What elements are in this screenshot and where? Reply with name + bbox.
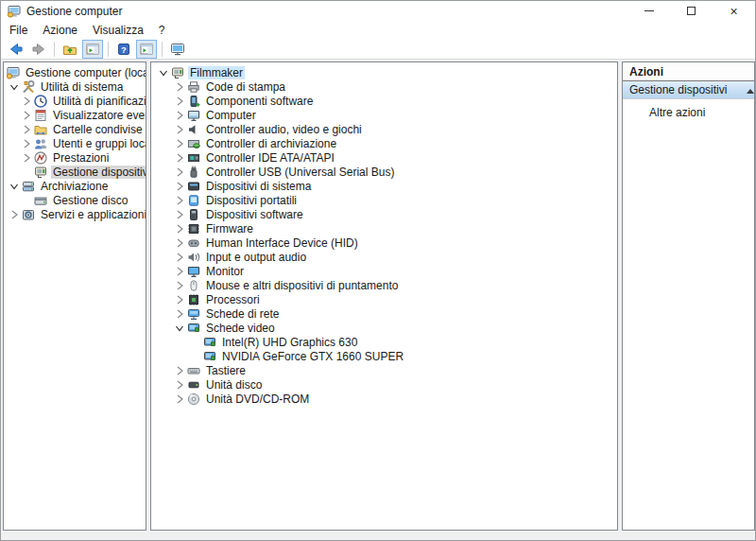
device-tree-item[interactable]: NVIDIA GeForce GTX 1660 SUPER <box>151 349 617 363</box>
device-tree-item[interactable]: Componenti software <box>151 94 617 108</box>
action-pane-toggle[interactable] <box>136 40 157 59</box>
tree-item-label: Gestione dispositivi <box>51 166 146 179</box>
actions-group-header[interactable]: Gestione dispositivi <box>623 81 754 99</box>
expander-collapsed-icon[interactable] <box>173 307 186 321</box>
expander-collapsed-icon[interactable] <box>173 265 186 278</box>
expander-collapsed-icon[interactable] <box>20 109 33 122</box>
expander-collapsed-icon[interactable] <box>8 208 21 221</box>
console-tree-item[interactable]: Gestione dispositivi <box>4 165 146 179</box>
tree-item-label: Unità DVD/CD-ROM <box>204 393 311 406</box>
main-area: Gestione computer (locale)Utilità di sis… <box>1 61 755 531</box>
back-button[interactable] <box>6 40 26 59</box>
expander-collapsed-icon[interactable] <box>173 236 186 250</box>
tree-item-label: Utenti e gruppi locali <box>51 137 146 150</box>
menu-file[interactable]: File <box>2 23 35 38</box>
tree-item-label: Mouse e altri dispositivi di puntamento <box>204 279 400 292</box>
device-tree-item[interactable]: Intel(R) UHD Graphics 630 <box>151 335 617 349</box>
storage-controller-icon <box>186 136 201 151</box>
close-button[interactable]: × <box>713 1 755 21</box>
expander-collapsed-icon[interactable] <box>20 151 33 165</box>
collapse-arrow-icon[interactable] <box>746 86 755 96</box>
device-tree-item[interactable]: Dispositivi software <box>151 207 617 221</box>
device-tree-item[interactable]: Mouse e altri dispositivi di puntamento <box>151 278 617 292</box>
console-tree-item[interactable]: Cartelle condivise <box>4 122 146 136</box>
menu-help[interactable]: ? <box>151 23 173 38</box>
device-tree-item[interactable]: Processori <box>151 292 617 306</box>
up-level-button[interactable] <box>60 40 80 59</box>
menu-visualizza[interactable]: Visualizza <box>85 23 151 38</box>
help-button[interactable]: ? <box>113 40 134 59</box>
expander-collapsed-icon[interactable] <box>173 279 186 292</box>
device-tree-item[interactable]: Filmmaker <box>151 65 617 79</box>
device-tree-item[interactable]: Dispositivi di sistema <box>151 179 617 193</box>
expander-spacer <box>189 350 202 363</box>
device-tree-item[interactable]: Monitor <box>151 264 617 278</box>
console-tree-item[interactable]: Gestione disco <box>4 193 146 207</box>
tree-item-label: Computer <box>204 109 258 122</box>
expander-collapsed-icon[interactable] <box>173 251 186 264</box>
console-tree-item[interactable]: Servizi e applicazioni <box>4 207 146 221</box>
expander-collapsed-icon[interactable] <box>20 123 33 136</box>
tree-item-label: Componenti software <box>204 95 315 108</box>
expander-collapsed-icon[interactable] <box>173 166 186 179</box>
device-tree-item[interactable]: Code di stampa <box>151 79 617 94</box>
console-tree-item[interactable]: Gestione computer (locale) <box>4 65 146 79</box>
console-tree-item[interactable]: Utilità di pianificazione <box>4 94 146 108</box>
tree-item-label: Controller USB (Universal Serial Bus) <box>204 166 396 179</box>
expander-collapsed-icon[interactable] <box>173 194 186 207</box>
console-tree-item[interactable]: Prestazioni <box>4 150 146 165</box>
system-device-icon <box>186 179 201 194</box>
expander-expanded-icon[interactable] <box>8 180 21 193</box>
maximize-button[interactable] <box>670 1 713 21</box>
expander-collapsed-icon[interactable] <box>173 137 186 150</box>
device-tree-item[interactable]: Unità DVD/CD-ROM <box>151 392 617 406</box>
device-tree-item[interactable]: Schede di rete <box>151 306 617 321</box>
device-tree-item[interactable]: Controller USB (Universal Serial Bus) <box>151 165 617 179</box>
menu-azione[interactable]: Azione <box>35 23 85 38</box>
expander-collapsed-icon[interactable] <box>173 364 186 377</box>
tree-item-label: Controller audio, video e giochi <box>204 123 364 136</box>
tree-item-label: Dispositivi di sistema <box>204 180 313 193</box>
expander-collapsed-icon[interactable] <box>173 393 186 406</box>
tools-icon <box>21 79 36 95</box>
expander-collapsed-icon[interactable] <box>173 293 186 306</box>
expander-expanded-icon[interactable] <box>173 322 186 335</box>
device-tree-item[interactable]: Input e output audio <box>151 250 617 264</box>
expander-expanded-icon[interactable] <box>157 66 170 79</box>
tree-item-label: Code di stampa <box>204 80 287 94</box>
console-tree-item[interactable]: Archiviazione <box>4 179 146 193</box>
console-tree-item[interactable]: Utilità di sistema <box>4 79 146 94</box>
device-tree-item[interactable]: Controller audio, video e giochi <box>151 122 617 136</box>
device-tree-item[interactable]: Tastiere <box>151 363 617 377</box>
expander-collapsed-icon[interactable] <box>173 95 186 108</box>
device-manager-button[interactable] <box>167 40 188 59</box>
expander-collapsed-icon[interactable] <box>173 80 186 94</box>
minimize-icon <box>644 10 654 11</box>
expander-collapsed-icon[interactable] <box>20 95 33 108</box>
forward-button[interactable] <box>28 40 49 59</box>
expander-collapsed-icon[interactable] <box>173 378 186 392</box>
expander-collapsed-icon[interactable] <box>173 123 186 136</box>
device-tree-item[interactable]: Controller IDE ATA/ATAPI <box>151 150 617 165</box>
minimize-button[interactable] <box>627 1 670 21</box>
device-tree-item[interactable]: Human Interface Device (HID) <box>151 236 617 250</box>
device-tree-item[interactable]: Computer <box>151 108 617 122</box>
console-tree-item[interactable]: Visualizzatore eventi <box>4 108 146 122</box>
console-tree-toggle[interactable] <box>82 40 103 59</box>
tree-item-label: Dispositivi software <box>204 208 305 221</box>
expander-collapsed-icon[interactable] <box>173 151 186 165</box>
expander-collapsed-icon[interactable] <box>173 109 186 122</box>
device-tree-item[interactable]: Dispositivi portatili <box>151 193 617 207</box>
tree-item-label: Cartelle condivise <box>51 123 145 136</box>
action-item[interactable]: Altre azioni <box>623 105 754 120</box>
expander-collapsed-icon[interactable] <box>173 208 186 221</box>
device-tree-item[interactable]: Unità disco <box>151 377 617 392</box>
expander-collapsed-icon[interactable] <box>173 180 186 193</box>
device-tree-item[interactable]: Schede video <box>151 321 617 335</box>
device-tree-item[interactable]: Controller di archiviazione <box>151 136 617 150</box>
console-tree-item[interactable]: Utenti e gruppi locali <box>4 136 146 150</box>
device-tree-item[interactable]: Firmware <box>151 221 617 236</box>
expander-expanded-icon[interactable] <box>8 80 21 94</box>
expander-collapsed-icon[interactable] <box>20 137 33 150</box>
expander-collapsed-icon[interactable] <box>173 222 186 236</box>
